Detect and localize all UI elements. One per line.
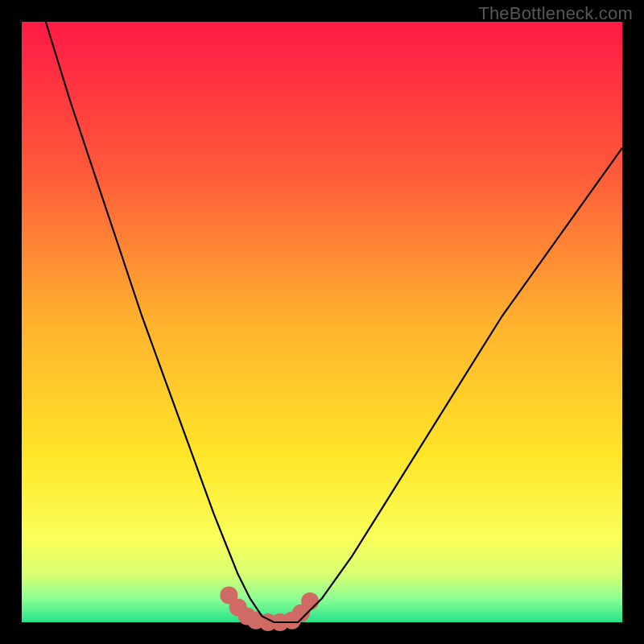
plot-background [22, 22, 622, 622]
bottleneck-chart [0, 0, 644, 644]
optimal-dot [301, 592, 319, 610]
watermark-label: TheBottleneck.com [478, 3, 633, 24]
